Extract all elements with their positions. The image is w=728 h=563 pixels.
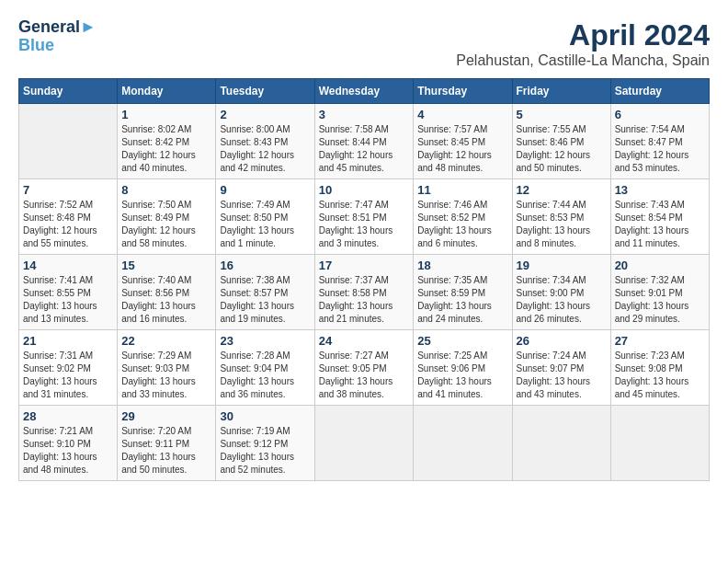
day-info: Sunrise: 7:24 AM Sunset: 9:07 PM Dayligh…	[517, 350, 607, 401]
day-info: Sunrise: 8:02 AM Sunset: 8:42 PM Dayligh…	[121, 123, 211, 175]
day-info: Sunrise: 7:57 AM Sunset: 8:45 PM Dayligh…	[417, 123, 507, 175]
weekday-header: Sunday	[19, 79, 118, 104]
day-number: 16	[220, 259, 310, 272]
calendar-cell: 22Sunrise: 7:29 AM Sunset: 9:03 PM Dayli…	[118, 330, 216, 406]
page-header: General► Blue April 2024 Pelahustan, Cas…	[18, 18, 710, 69]
calendar-cell: 25Sunrise: 7:25 AM Sunset: 9:06 PM Dayli…	[414, 330, 512, 406]
day-info: Sunrise: 7:58 AM Sunset: 8:44 PM Dayligh…	[319, 123, 410, 175]
day-info: Sunrise: 7:49 AM Sunset: 8:50 PM Dayligh…	[220, 199, 310, 250]
weekday-header: Thursday	[414, 79, 512, 104]
calendar-cell	[414, 406, 512, 481]
day-info: Sunrise: 7:43 AM Sunset: 8:54 PM Dayligh…	[615, 199, 705, 250]
calendar-week-row: 14Sunrise: 7:41 AM Sunset: 8:55 PM Dayli…	[19, 255, 710, 330]
day-number: 5	[517, 108, 607, 121]
weekday-header: Saturday	[610, 79, 709, 104]
day-info: Sunrise: 7:47 AM Sunset: 8:51 PM Dayligh…	[319, 199, 410, 250]
page-subtitle: Pelahustan, Castille-La Mancha, Spain	[456, 52, 710, 69]
day-info: Sunrise: 7:55 AM Sunset: 8:46 PM Dayligh…	[517, 123, 607, 175]
day-number: 23	[220, 334, 310, 348]
calendar-week-row: 28Sunrise: 7:21 AM Sunset: 9:10 PM Dayli…	[19, 406, 710, 481]
calendar-week-row: 1Sunrise: 8:02 AM Sunset: 8:42 PM Daylig…	[19, 104, 710, 179]
day-number: 14	[23, 259, 113, 272]
day-number: 1	[121, 108, 211, 121]
day-info: Sunrise: 7:41 AM Sunset: 8:55 PM Dayligh…	[23, 274, 113, 326]
day-number: 11	[417, 183, 507, 197]
day-info: Sunrise: 7:38 AM Sunset: 8:57 PM Dayligh…	[220, 274, 310, 326]
day-number: 3	[319, 108, 410, 121]
weekday-header: Wednesday	[314, 79, 414, 104]
calendar-cell: 7Sunrise: 7:52 AM Sunset: 8:48 PM Daylig…	[19, 179, 118, 255]
day-info: Sunrise: 7:23 AM Sunset: 9:08 PM Dayligh…	[615, 350, 705, 401]
calendar-header-row: SundayMondayTuesdayWednesdayThursdayFrid…	[19, 79, 710, 104]
day-info: Sunrise: 8:00 AM Sunset: 8:43 PM Dayligh…	[220, 123, 310, 175]
logo-text-line2: Blue	[18, 37, 97, 55]
day-info: Sunrise: 7:29 AM Sunset: 9:03 PM Dayligh…	[121, 350, 211, 401]
day-number: 19	[517, 259, 607, 272]
day-number: 22	[121, 334, 211, 348]
page-title: April 2024	[456, 18, 710, 52]
day-number: 18	[417, 259, 507, 272]
day-info: Sunrise: 7:40 AM Sunset: 8:56 PM Dayligh…	[121, 274, 211, 326]
day-number: 8	[121, 183, 211, 197]
day-info: Sunrise: 7:21 AM Sunset: 9:10 PM Dayligh…	[23, 425, 113, 477]
day-number: 6	[615, 108, 705, 121]
weekday-header: Friday	[512, 79, 610, 104]
calendar-cell: 27Sunrise: 7:23 AM Sunset: 9:08 PM Dayli…	[610, 330, 709, 406]
day-number: 29	[121, 409, 211, 423]
calendar-cell: 11Sunrise: 7:46 AM Sunset: 8:52 PM Dayli…	[414, 179, 512, 255]
calendar-cell: 2Sunrise: 8:00 AM Sunset: 8:43 PM Daylig…	[216, 104, 314, 179]
calendar-cell: 6Sunrise: 7:54 AM Sunset: 8:47 PM Daylig…	[610, 104, 709, 179]
day-info: Sunrise: 7:32 AM Sunset: 9:01 PM Dayligh…	[615, 274, 705, 326]
calendar-cell: 16Sunrise: 7:38 AM Sunset: 8:57 PM Dayli…	[216, 255, 314, 330]
calendar-cell: 17Sunrise: 7:37 AM Sunset: 8:58 PM Dayli…	[314, 255, 414, 330]
calendar-cell: 19Sunrise: 7:34 AM Sunset: 9:00 PM Dayli…	[512, 255, 610, 330]
calendar-cell: 24Sunrise: 7:27 AM Sunset: 9:05 PM Dayli…	[314, 330, 414, 406]
calendar-cell: 4Sunrise: 7:57 AM Sunset: 8:45 PM Daylig…	[414, 104, 512, 179]
day-number: 20	[615, 259, 705, 272]
day-info: Sunrise: 7:54 AM Sunset: 8:47 PM Dayligh…	[615, 123, 705, 175]
day-number: 15	[121, 259, 211, 272]
day-info: Sunrise: 7:37 AM Sunset: 8:58 PM Dayligh…	[319, 274, 410, 326]
calendar-cell: 23Sunrise: 7:28 AM Sunset: 9:04 PM Dayli…	[216, 330, 314, 406]
calendar-cell: 26Sunrise: 7:24 AM Sunset: 9:07 PM Dayli…	[512, 330, 610, 406]
day-number: 4	[417, 108, 507, 121]
day-info: Sunrise: 7:46 AM Sunset: 8:52 PM Dayligh…	[417, 199, 507, 250]
calendar-cell: 18Sunrise: 7:35 AM Sunset: 8:59 PM Dayli…	[414, 255, 512, 330]
day-info: Sunrise: 7:19 AM Sunset: 9:12 PM Dayligh…	[220, 425, 310, 477]
calendar-cell: 3Sunrise: 7:58 AM Sunset: 8:44 PM Daylig…	[314, 104, 414, 179]
calendar-cell: 8Sunrise: 7:50 AM Sunset: 8:49 PM Daylig…	[118, 179, 216, 255]
calendar-cell: 15Sunrise: 7:40 AM Sunset: 8:56 PM Dayli…	[118, 255, 216, 330]
calendar-cell: 13Sunrise: 7:43 AM Sunset: 8:54 PM Dayli…	[610, 179, 709, 255]
day-number: 25	[417, 334, 507, 348]
day-number: 30	[220, 409, 310, 423]
day-info: Sunrise: 7:31 AM Sunset: 9:02 PM Dayligh…	[23, 350, 113, 401]
calendar-table: SundayMondayTuesdayWednesdayThursdayFrid…	[18, 78, 710, 481]
day-info: Sunrise: 7:20 AM Sunset: 9:11 PM Dayligh…	[121, 425, 211, 477]
calendar-cell	[19, 104, 118, 179]
day-number: 10	[319, 183, 410, 197]
title-area: April 2024 Pelahustan, Castille-La Manch…	[456, 18, 710, 69]
day-info: Sunrise: 7:52 AM Sunset: 8:48 PM Dayligh…	[23, 199, 113, 250]
calendar-cell	[610, 406, 709, 481]
day-number: 28	[23, 409, 113, 423]
logo: General► Blue	[18, 18, 97, 55]
day-number: 21	[23, 334, 113, 348]
day-number: 17	[319, 259, 410, 272]
weekday-header: Tuesday	[216, 79, 314, 104]
day-number: 27	[615, 334, 705, 348]
day-info: Sunrise: 7:27 AM Sunset: 9:05 PM Dayligh…	[319, 350, 410, 401]
calendar-cell: 30Sunrise: 7:19 AM Sunset: 9:12 PM Dayli…	[216, 406, 314, 481]
calendar-cell: 29Sunrise: 7:20 AM Sunset: 9:11 PM Dayli…	[118, 406, 216, 481]
day-info: Sunrise: 7:25 AM Sunset: 9:06 PM Dayligh…	[417, 350, 507, 401]
day-info: Sunrise: 7:34 AM Sunset: 9:00 PM Dayligh…	[517, 274, 607, 326]
calendar-cell	[512, 406, 610, 481]
day-number: 13	[615, 183, 705, 197]
calendar-cell: 9Sunrise: 7:49 AM Sunset: 8:50 PM Daylig…	[216, 179, 314, 255]
calendar-week-row: 21Sunrise: 7:31 AM Sunset: 9:02 PM Dayli…	[19, 330, 710, 406]
day-info: Sunrise: 7:44 AM Sunset: 8:53 PM Dayligh…	[517, 199, 607, 250]
calendar-cell: 10Sunrise: 7:47 AM Sunset: 8:51 PM Dayli…	[314, 179, 414, 255]
calendar-cell: 14Sunrise: 7:41 AM Sunset: 8:55 PM Dayli…	[19, 255, 118, 330]
calendar-cell: 12Sunrise: 7:44 AM Sunset: 8:53 PM Dayli…	[512, 179, 610, 255]
day-number: 12	[517, 183, 607, 197]
day-number: 2	[220, 108, 310, 121]
